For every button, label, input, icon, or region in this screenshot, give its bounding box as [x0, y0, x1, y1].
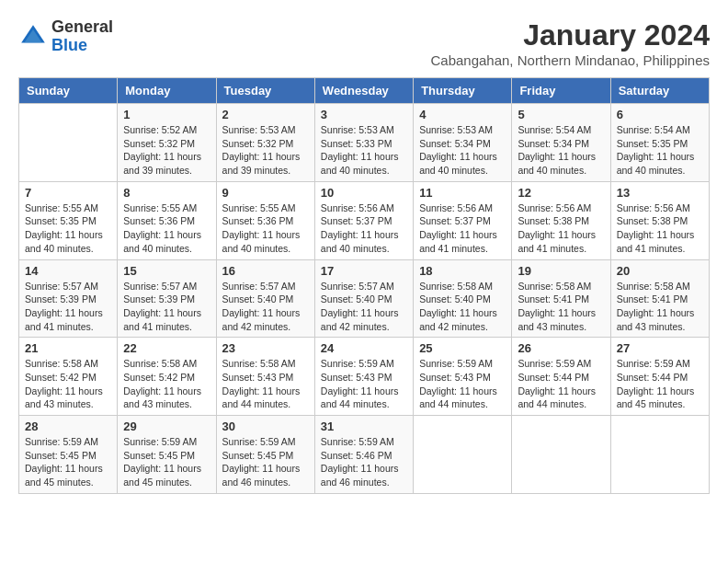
daylight-text: Daylight: 11 hours and 41 minutes. — [25, 307, 103, 332]
sunrise-text: Sunrise: 5:59 AM — [419, 358, 493, 369]
sunrise-text: Sunrise: 5:58 AM — [222, 358, 296, 369]
calendar-cell-5-4: 31 Sunrise: 5:59 AM Sunset: 5:46 PM Dayl… — [314, 416, 413, 494]
calendar-cell-5-2: 29 Sunrise: 5:59 AM Sunset: 5:45 PM Dayl… — [118, 416, 216, 494]
daylight-text: Daylight: 11 hours and 40 minutes. — [617, 151, 695, 176]
cell-info: Sunrise: 5:54 AM Sunset: 5:34 PM Dayligh… — [518, 123, 604, 178]
sunset-text: Sunset: 5:36 PM — [222, 215, 294, 226]
sunset-text: Sunset: 5:32 PM — [123, 138, 195, 149]
calendar-cell-1-5: 4 Sunrise: 5:53 AM Sunset: 5:34 PM Dayli… — [414, 104, 512, 182]
daylight-text: Daylight: 11 hours and 45 minutes. — [617, 385, 695, 410]
calendar-cell-3-7: 20 Sunrise: 5:58 AM Sunset: 5:41 PM Dayl… — [610, 259, 709, 338]
calendar-cell-2-7: 13 Sunrise: 5:56 AM Sunset: 5:38 PM Dayl… — [610, 181, 709, 259]
day-number: 29 — [123, 419, 210, 433]
sunset-text: Sunset: 5:44 PM — [518, 372, 589, 383]
daylight-text: Daylight: 11 hours and 41 minutes. — [419, 229, 497, 254]
cell-info: Sunrise: 5:55 AM Sunset: 5:36 PM Dayligh… — [222, 201, 309, 256]
calendar-cell-3-4: 17 Sunrise: 5:57 AM Sunset: 5:40 PM Dayl… — [314, 259, 413, 338]
weekday-header-row: SundayMondayTuesdayWednesdayThursdayFrid… — [19, 78, 710, 104]
calendar-cell-2-3: 9 Sunrise: 5:55 AM Sunset: 5:36 PM Dayli… — [216, 181, 314, 259]
calendar-week-row-1: 1 Sunrise: 5:52 AM Sunset: 5:32 PM Dayli… — [19, 104, 710, 182]
sunset-text: Sunset: 5:39 PM — [25, 293, 97, 304]
cell-info: Sunrise: 5:58 AM Sunset: 5:41 PM Dayligh… — [617, 280, 703, 334]
daylight-text: Daylight: 11 hours and 45 minutes. — [123, 463, 201, 488]
cell-info: Sunrise: 5:53 AM Sunset: 5:33 PM Dayligh… — [321, 123, 407, 178]
sunrise-text: Sunrise: 5:59 AM — [617, 358, 690, 369]
sunset-text: Sunset: 5:42 PM — [25, 372, 97, 383]
cell-info: Sunrise: 5:54 AM Sunset: 5:35 PM Dayligh… — [617, 123, 703, 178]
calendar-cell-1-1 — [19, 104, 118, 182]
calendar-cell-5-1: 28 Sunrise: 5:59 AM Sunset: 5:45 PM Dayl… — [19, 416, 118, 494]
daylight-text: Daylight: 11 hours and 46 minutes. — [222, 463, 301, 488]
calendar-cell-4-3: 23 Sunrise: 5:58 AM Sunset: 5:43 PM Dayl… — [216, 338, 314, 416]
sunset-text: Sunset: 5:43 PM — [419, 372, 491, 383]
cell-info: Sunrise: 5:59 AM Sunset: 5:45 PM Dayligh… — [222, 435, 309, 489]
sunrise-text: Sunrise: 5:59 AM — [123, 436, 197, 447]
day-number: 8 — [123, 186, 210, 200]
calendar-cell-3-3: 16 Sunrise: 5:57 AM Sunset: 5:40 PM Dayl… — [216, 259, 314, 338]
daylight-text: Daylight: 11 hours and 42 minutes. — [222, 307, 301, 332]
logo-general-text: General — [51, 17, 113, 36]
daylight-text: Daylight: 11 hours and 43 minutes. — [123, 385, 201, 410]
calendar-cell-2-5: 11 Sunrise: 5:56 AM Sunset: 5:37 PM Dayl… — [414, 181, 512, 259]
cell-info: Sunrise: 5:58 AM Sunset: 5:43 PM Dayligh… — [222, 357, 309, 411]
day-number: 26 — [518, 341, 604, 355]
daylight-text: Daylight: 11 hours and 43 minutes. — [617, 307, 695, 332]
sunset-text: Sunset: 5:32 PM — [222, 138, 294, 149]
sunset-text: Sunset: 5:37 PM — [419, 215, 491, 226]
day-number: 18 — [419, 264, 506, 278]
sunrise-text: Sunrise: 5:55 AM — [123, 202, 197, 213]
daylight-text: Daylight: 11 hours and 42 minutes. — [419, 307, 497, 332]
daylight-text: Daylight: 11 hours and 44 minutes. — [321, 385, 399, 410]
cell-info: Sunrise: 5:56 AM Sunset: 5:37 PM Dayligh… — [321, 201, 407, 256]
cell-info: Sunrise: 5:53 AM Sunset: 5:32 PM Dayligh… — [222, 123, 309, 178]
day-number: 17 — [321, 264, 407, 278]
sunset-text: Sunset: 5:37 PM — [321, 215, 392, 226]
calendar-cell-4-6: 26 Sunrise: 5:59 AM Sunset: 5:44 PM Dayl… — [512, 338, 610, 416]
month-year-title: January 2024 — [430, 18, 710, 52]
day-number: 1 — [123, 108, 210, 121]
cell-info: Sunrise: 5:57 AM Sunset: 5:40 PM Dayligh… — [321, 280, 407, 334]
weekday-header-monday: Monday — [118, 78, 216, 104]
calendar-cell-5-7 — [610, 416, 709, 494]
daylight-text: Daylight: 11 hours and 39 minutes. — [222, 151, 301, 176]
day-number: 20 — [617, 264, 703, 278]
day-number: 3 — [321, 108, 407, 121]
calendar-cell-4-2: 22 Sunrise: 5:58 AM Sunset: 5:42 PM Dayl… — [118, 338, 216, 416]
day-number: 10 — [321, 186, 407, 200]
day-number: 7 — [25, 186, 111, 200]
cell-info: Sunrise: 5:59 AM Sunset: 5:44 PM Dayligh… — [617, 357, 703, 411]
sunset-text: Sunset: 5:40 PM — [419, 293, 491, 304]
calendar-week-row-5: 28 Sunrise: 5:59 AM Sunset: 5:45 PM Dayl… — [19, 416, 710, 494]
cell-info: Sunrise: 5:58 AM Sunset: 5:42 PM Dayligh… — [123, 357, 210, 411]
day-number: 28 — [25, 419, 111, 433]
calendar-cell-2-4: 10 Sunrise: 5:56 AM Sunset: 5:37 PM Dayl… — [314, 181, 413, 259]
calendar-table: SundayMondayTuesdayWednesdayThursdayFrid… — [18, 77, 710, 494]
cell-info: Sunrise: 5:59 AM Sunset: 5:46 PM Dayligh… — [321, 435, 407, 489]
calendar-cell-1-4: 3 Sunrise: 5:53 AM Sunset: 5:33 PM Dayli… — [314, 104, 413, 182]
sunrise-text: Sunrise: 5:59 AM — [321, 358, 394, 369]
calendar-week-row-4: 21 Sunrise: 5:58 AM Sunset: 5:42 PM Dayl… — [19, 338, 710, 416]
calendar-cell-5-5 — [414, 416, 512, 494]
calendar-cell-3-2: 15 Sunrise: 5:57 AM Sunset: 5:39 PM Dayl… — [118, 259, 216, 338]
weekday-header-sunday: Sunday — [19, 78, 118, 104]
cell-info: Sunrise: 5:57 AM Sunset: 5:39 PM Dayligh… — [25, 280, 111, 334]
day-number: 16 — [222, 264, 309, 278]
calendar-cell-2-1: 7 Sunrise: 5:55 AM Sunset: 5:35 PM Dayli… — [19, 181, 118, 259]
daylight-text: Daylight: 11 hours and 44 minutes. — [419, 385, 497, 410]
sunset-text: Sunset: 5:34 PM — [518, 138, 589, 149]
day-number: 6 — [617, 108, 703, 121]
sunset-text: Sunset: 5:39 PM — [123, 293, 195, 304]
sunset-text: Sunset: 5:36 PM — [123, 215, 195, 226]
daylight-text: Daylight: 11 hours and 40 minutes. — [222, 229, 301, 254]
sunset-text: Sunset: 5:44 PM — [617, 372, 688, 383]
sunset-text: Sunset: 5:41 PM — [617, 293, 688, 304]
sunrise-text: Sunrise: 5:59 AM — [518, 358, 591, 369]
daylight-text: Daylight: 11 hours and 42 minutes. — [321, 307, 399, 332]
calendar-cell-5-3: 30 Sunrise: 5:59 AM Sunset: 5:45 PM Dayl… — [216, 416, 314, 494]
sunset-text: Sunset: 5:33 PM — [321, 138, 392, 149]
calendar-cell-1-2: 1 Sunrise: 5:52 AM Sunset: 5:32 PM Dayli… — [118, 104, 216, 182]
sunrise-text: Sunrise: 5:54 AM — [518, 124, 591, 135]
cell-info: Sunrise: 5:59 AM Sunset: 5:43 PM Dayligh… — [321, 357, 407, 411]
cell-info: Sunrise: 5:58 AM Sunset: 5:42 PM Dayligh… — [25, 357, 111, 411]
day-number: 21 — [25, 341, 111, 355]
